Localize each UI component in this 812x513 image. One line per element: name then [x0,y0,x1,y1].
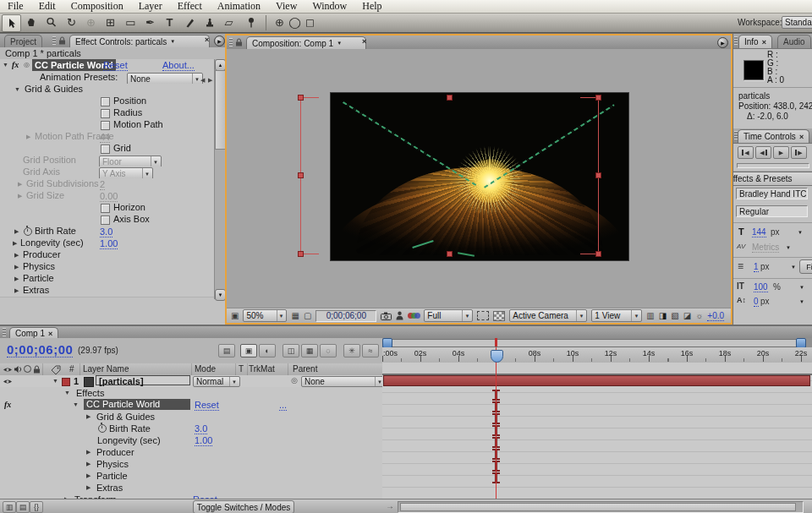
hand-tool[interactable] [22,14,40,30]
radius-checkbox[interactable] [101,109,110,118]
layer-duration-bar[interactable] [383,375,810,386]
fill-over-stroke-button[interactable]: Fill [799,259,812,274]
panel-gripper[interactable] [734,36,738,45]
flowchart-button-icon[interactable]: ◪ [683,311,691,320]
rotation-tool[interactable]: ↻ [63,14,80,30]
live-update-button[interactable]: ▣ [240,344,257,357]
brainstorm-button[interactable]: ✳ [343,344,360,357]
local-axis-mode-button[interactable]: ⊕ [272,14,287,30]
view-axis-mode-button[interactable]: ◻ [303,14,317,30]
close-panel-icon[interactable]: × [762,38,766,46]
menu-edit[interactable]: Edit [31,0,63,13]
close-panel-icon[interactable]: × [799,133,804,141]
twirl-closed-icon[interactable]: ▶ [18,178,22,190]
selection-handle[interactable] [298,95,304,101]
hide-shy-layers-button[interactable]: ◫ [283,344,299,357]
tab-comp-1[interactable]: Comp 1 × [9,327,58,339]
twirl-closed-icon[interactable]: ▶ [18,190,22,202]
snapshot-camera-icon[interactable] [381,312,392,320]
motion-blur-button[interactable]: ◌ [320,344,337,357]
menu-animation[interactable]: Animation [210,0,268,13]
tab-audio[interactable]: Audio [777,35,811,48]
twirl-closed-icon[interactable]: ▶ [26,131,30,143]
twirl-closed-icon[interactable]: ▶ [14,273,19,285]
longevity-value[interactable]: 1.00 [100,239,118,249]
region-of-interest-icon[interactable] [477,311,489,320]
show-snapshot-icon[interactable] [396,311,403,320]
horizontal-scrollbar-track[interactable] [398,501,804,513]
track-area[interactable] [382,363,812,499]
tab-dropdown-icon[interactable]: ▼ [337,41,342,46]
dropdown-arrow-icon[interactable]: ▼ [786,245,791,250]
resolution-select[interactable]: Full ▼ [424,309,473,322]
horizon-checkbox[interactable] [101,204,110,213]
twirl-closed-icon[interactable]: ▶ [14,249,19,261]
brush-tool[interactable] [181,14,199,30]
layer-name-field[interactable]: [particals] [96,375,190,385]
eraser-tool[interactable]: ▱ [220,14,238,30]
view-select[interactable]: Active Camera ▼ [509,309,587,322]
param-value[interactable]: 44 [100,133,110,143]
twirl-open-icon[interactable]: ▼ [73,399,79,411]
tab-composition[interactable]: Composition: Comp 1 ▼ [246,36,366,49]
menu-view[interactable]: View [268,0,304,13]
tab-effects-presets[interactable]: Effects & Presets [733,172,812,185]
selection-handle[interactable] [298,172,304,178]
param-value[interactable]: 2 [100,180,105,190]
time-ruler[interactable]: :00s 02s 04s 06s 08s 10s 12s 14s 16s 18s… [382,347,812,363]
pan-behind-tool[interactable]: ⊞ [102,14,119,30]
stopwatch-icon[interactable] [24,227,32,236]
timeline-button-icon[interactable]: ▧ [671,311,678,320]
audio-speaker-icon[interactable] [14,365,23,374]
menu-window[interactable]: Window [304,0,354,13]
font-family-field[interactable]: Bradley Hand ITC [736,188,808,199]
pixel-aspect-icon[interactable]: ▥ [646,311,654,320]
twirl-closed-icon[interactable]: ▶ [86,458,91,470]
twirl-closed-icon[interactable]: ▶ [86,446,91,458]
show-channel-icon[interactable] [408,312,420,320]
twirl-closed-icon[interactable]: ▶ [13,237,17,249]
close-panel-icon[interactable]: × [205,35,209,44]
panel-gripper[interactable] [229,38,233,46]
transparency-grid-icon[interactable] [493,311,505,321]
tab-time-controls[interactable]: Time Controls × [738,129,809,143]
selection-handle[interactable] [595,95,601,101]
first-frame-button[interactable]: ◀ [738,146,754,159]
stroke-width-value[interactable]: 1 [754,262,759,272]
menu-effect[interactable]: Effect [170,0,210,13]
rectangle-mask-tool[interactable]: ▭ [122,14,140,30]
type-tool[interactable]: T [161,14,178,30]
effect-enable-icon[interactable]: ◎ [24,59,30,71]
reset-link[interactable]: Reset [195,401,219,411]
lock-icon[interactable] [33,365,41,374]
close-panel-icon[interactable]: × [48,330,52,338]
row-longevity[interactable]: Longevity (sec) 1.00 [0,434,382,447]
magnification-select[interactable]: 50% ▼ [243,309,287,322]
baseline-shift-value[interactable]: 0 [754,297,759,307]
layer-row[interactable]: ▼ 1 [particals] Normal ▼ ◎ None ▼ [0,375,382,388]
row-extras[interactable]: ▶ Extras [0,482,382,494]
dropdown-arrow-icon[interactable]: ▼ [799,299,804,304]
vertical-scale-value[interactable]: 100 [754,282,768,292]
font-size-value[interactable]: 144 [752,227,766,237]
viewer-current-time[interactable]: 0;00;06;00 [315,310,376,322]
parent-select[interactable]: None ▼ [301,376,386,387]
orbit-camera-tool[interactable]: ⊕ [82,14,100,30]
twirl-open-icon[interactable]: ▼ [3,59,8,71]
parent-pickwhip-icon[interactable]: ◎ [291,376,298,385]
pen-tool[interactable]: ✒ [141,14,159,30]
label-tag-icon[interactable] [51,365,61,374]
dropdown-arrow-icon[interactable]: ▼ [799,285,804,290]
expand-transfer-controls-icon[interactable]: ▤ [16,501,30,513]
twirl-closed-icon[interactable]: ▶ [14,261,19,273]
reset-link[interactable]: Reset [103,61,128,71]
about-link[interactable]: About... [162,61,195,71]
layer-visibility-eye-icon[interactable] [3,378,13,385]
row-particle[interactable]: ▶ Particle [0,470,382,483]
playhead[interactable] [491,350,503,363]
tab-info[interactable]: Info × [738,35,772,48]
panel-gripper[interactable] [52,36,56,45]
selection-handle[interactable] [447,251,453,257]
next-frame-button[interactable]: ▶ [791,146,807,159]
selection-handle[interactable] [447,95,453,101]
